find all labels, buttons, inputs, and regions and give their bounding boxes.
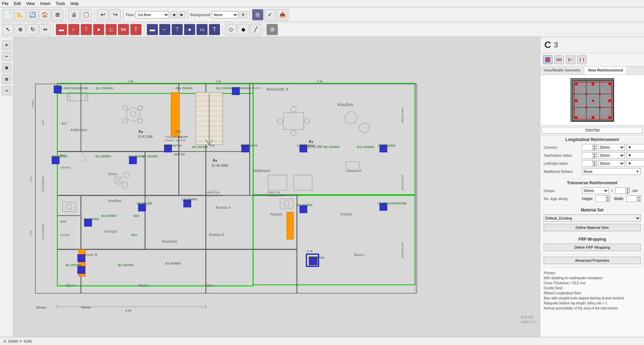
top-bottom-size-select2[interactable]: ▼ — [626, 152, 644, 159]
width-up[interactable]: ▲ — [637, 196, 641, 199]
select-tool[interactable]: ↖ — [2, 24, 13, 35]
corners-down[interactable]: ▼ — [592, 147, 596, 150]
menu-insert[interactable]: Insert — [40, 1, 50, 6]
top-bottom-spinner[interactable]: 4 ▲ ▼ — [582, 152, 597, 159]
zoom-window-button[interactable]: ⊟ — [2, 75, 11, 84]
svg-text:ΣΤΑΔΙΟ-ΒΕΤΟΝ: ΣΤΑΔΙΟ-ΒΕΤΟΝ — [206, 194, 223, 197]
svg-point-184 — [608, 83, 611, 85]
column-number: 3 — [554, 41, 558, 49]
beam-special-tool[interactable]: ▭ — [196, 24, 208, 35]
polygon-tool[interactable]: ◇ — [225, 24, 237, 35]
height-up[interactable]: ▲ — [606, 196, 610, 199]
check-button[interactable]: ✓ — [264, 9, 276, 20]
svg-text:C11 400/700: C11 400/700 — [164, 144, 182, 147]
advanced-properties-btn[interactable]: Advanced Properties — [544, 257, 641, 264]
top-bottom-size-select[interactable]: 16mm — [598, 152, 625, 159]
view-mode-button[interactable]: ⊞ — [252, 9, 263, 20]
menu-edit[interactable]: Edit — [14, 1, 21, 6]
floor-plan-svg: Καθιστικό Χώνο Κουζίνα Κουτσίνα Κοιτών Ι… — [13, 37, 540, 337]
bg-settings[interactable]: ⚙ — [240, 11, 247, 18]
circle-tool[interactable]: ● — [93, 24, 104, 35]
grid-button[interactable]: ⊞ — [52, 9, 63, 20]
view-icon-3[interactable] — [566, 55, 575, 64]
top-bottom-up[interactable]: ▲ — [592, 152, 596, 155]
l-shape-tool[interactable]: ⌐ — [68, 24, 80, 35]
undo-button[interactable]: ↩ — [97, 9, 108, 20]
zoom-fit-button[interactable]: ⊞ — [2, 63, 11, 72]
beam-circle-tool[interactable]: ● — [184, 24, 195, 35]
top-bottom-down[interactable]: ▼ — [592, 155, 596, 158]
open-dxf-button[interactable]: 📐 — [14, 9, 26, 20]
corners-up[interactable]: ▲ — [592, 144, 596, 147]
zoom-out-button[interactable]: − — [2, 52, 11, 61]
corners-input[interactable]: 4 — [582, 144, 592, 150]
hoops-spacing-down[interactable]: ▼ — [626, 191, 630, 194]
t-shape-tool[interactable]: ⊤ — [81, 24, 92, 35]
print-preview-button[interactable]: 📋 — [81, 9, 92, 20]
height-input[interactable]: 4 — [596, 196, 606, 202]
svg-text:C3  530/530: C3 530/530 — [309, 256, 325, 259]
left-right-up[interactable]: ▲ — [592, 160, 596, 163]
redo-button[interactable]: ↪ — [109, 9, 121, 20]
beam-t-tool[interactable]: ⊤ — [171, 24, 183, 35]
mirror-tool[interactable]: ⇔ — [39, 24, 51, 35]
zoom-prev-button[interactable]: ↩ — [2, 86, 11, 95]
material-select[interactable]: Default_Existing — [544, 214, 641, 222]
line-tool[interactable]: ╱ — [250, 24, 261, 35]
zoom-in-button[interactable]: + — [2, 40, 11, 50]
3d-view-button[interactable]: 🏠 — [39, 9, 51, 20]
hoops-select[interactable]: 10mm — [582, 187, 609, 194]
canvas-area[interactable]: Καθιστικό Χώνο Κουζίνα Κουτσίνα Κοιτών Ι… — [13, 37, 540, 337]
corners-size-select2[interactable]: ▼ — [626, 144, 644, 151]
hoops-spacing-up[interactable]: ▲ — [626, 188, 630, 191]
menu-view[interactable]: View — [26, 1, 35, 6]
floor-select[interactable]: 1st floor2nd floor3rd floorGround floor — [136, 11, 169, 18]
node-tool[interactable]: ⊕ — [14, 24, 26, 35]
additional-rebars-dropdown[interactable]: None ▼ — [582, 168, 641, 175]
beam-text-tool[interactable]: T — [209, 24, 220, 35]
menu-tools[interactable]: Tools — [56, 1, 65, 6]
left-right-input[interactable]: 4 — [582, 160, 592, 166]
print-button[interactable]: 🖨 — [68, 9, 80, 20]
height-down[interactable]: ▼ — [606, 199, 610, 202]
text-tool[interactable]: T — [130, 24, 142, 35]
tab-geometry[interactable]: View/Modify Geometry — [540, 66, 584, 75]
fill-tool[interactable]: ◆ — [238, 24, 249, 35]
width-down[interactable]: ▼ — [637, 199, 641, 202]
width-spinner[interactable]: 4 ▲ ▼ — [626, 195, 641, 202]
left-right-size-select2[interactable]: ▼ — [626, 160, 644, 167]
view-icon-1[interactable] — [543, 55, 552, 64]
hoops-spacing-input[interactable]: 10 — [615, 188, 626, 194]
background-select[interactable]: NoneDXFImage — [211, 11, 238, 18]
menu-help[interactable]: Help — [70, 1, 79, 6]
column-size-input[interactable]: 750X750 — [542, 127, 643, 134]
hoops-spacing-spinner[interactable]: 10 ▲ ▼ — [615, 187, 630, 194]
corners-size-select[interactable]: 20mm — [598, 144, 625, 151]
beam-l-tool[interactable]: ⌐ — [159, 24, 170, 35]
view-icon-2[interactable] — [554, 55, 564, 64]
rect-tool[interactable]: ▬ — [56, 24, 67, 35]
left-right-size-select[interactable]: 16mm — [598, 160, 625, 167]
tab-reinforcement[interactable]: View Reinforcement — [584, 66, 627, 75]
height-spinner[interactable]: 4 ▲ ▼ — [595, 195, 610, 202]
view-icon-4[interactable] — [577, 55, 587, 64]
channel-tool[interactable]: ⊏ — [105, 24, 117, 35]
define-material-btn[interactable]: Define Material Sets — [544, 224, 641, 231]
floor-prev[interactable]: ◀ — [170, 11, 177, 18]
rotate-tool[interactable]: ↻ — [27, 24, 38, 35]
top-bottom-input[interactable]: 4 — [582, 152, 592, 158]
corners-spinner[interactable]: 4 ▲ ▼ — [582, 144, 597, 151]
refresh-button[interactable]: 🔄 — [27, 9, 38, 20]
export-button[interactable]: 📤 — [277, 9, 288, 20]
left-right-down[interactable]: ▼ — [592, 163, 596, 166]
define-frp-btn[interactable]: Define FRP Wrapping — [544, 244, 641, 251]
composite-tool[interactable]: ⋈ — [118, 24, 129, 35]
left-right-spinner[interactable]: 4 ▲ ▼ — [582, 160, 597, 167]
new-button[interactable]: 📄 — [2, 9, 13, 20]
menu-file[interactable]: File — [2, 1, 8, 6]
width-input[interactable]: 4 — [627, 196, 637, 202]
svg-point-193 — [599, 106, 601, 108]
floor-next[interactable]: ▶ — [179, 11, 185, 18]
slab-tool[interactable]: ⊞ — [266, 24, 278, 35]
beam-rect-tool[interactable]: ▬ — [147, 24, 158, 35]
